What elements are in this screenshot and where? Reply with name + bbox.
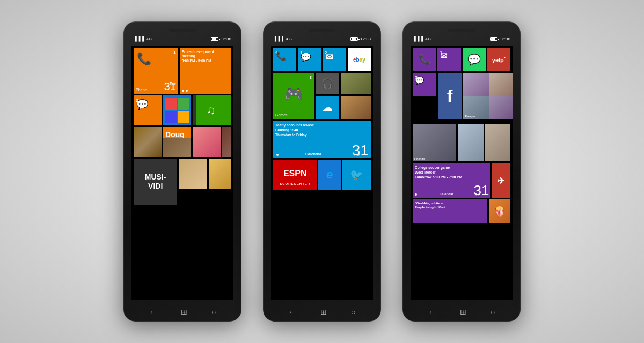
calendar-tile-2[interactable]: Yearly accounts reviewBuilding 1940Thurs…	[273, 121, 371, 158]
games-badge-2: 3	[310, 75, 312, 80]
phone-3: ▐▐▐ 4G 12:38 📞 ✉ 1 💬 yelp*	[402, 21, 521, 322]
games-tile-2[interactable]: 🎮 3 Games	[273, 73, 314, 119]
food-icon-3: 🍿	[494, 205, 506, 217]
espn-tile-2[interactable]: ESPN SCORECENTER	[273, 160, 317, 190]
tile-row-2-2: 🎮 3 Games 🎧 ☁	[273, 73, 371, 119]
ie-tile-2[interactable]: e	[318, 160, 341, 190]
fb-icon-3: f	[447, 86, 453, 106]
music-text-1: MUSI-VIDI	[145, 173, 166, 191]
nav-bar-3: ← ⊞ ○	[411, 302, 513, 322]
home-btn-1[interactable]: ⊞	[181, 308, 187, 316]
time-2: 12:38	[360, 36, 371, 41]
msg-tile-2[interactable]: 💬 1	[298, 48, 321, 71]
facebook-tile-3[interactable]: f	[438, 73, 462, 119]
messaging-tile-1[interactable]: 💬 2	[134, 95, 162, 125]
search-btn-1[interactable]: ○	[211, 308, 216, 316]
doug-photo-1	[163, 138, 191, 157]
people-label-3: People	[465, 115, 475, 118]
photos-cell-4	[178, 111, 189, 123]
tiles-2: 📞 4 💬 1 ✉ 2 ebay 🎮 3	[271, 46, 373, 300]
phone-icon-1: 📞	[137, 52, 151, 66]
photo-tile-1a	[193, 127, 221, 157]
doug-tile[interactable]: Doug	[163, 127, 191, 157]
screen-3: 📞 ✉ 1 💬 yelp* 💬 3	[411, 46, 513, 300]
music-tile-1[interactable]: MUSI-VIDI	[134, 159, 177, 205]
time-3: 12:38	[500, 36, 510, 41]
photo-people-3	[458, 124, 483, 161]
email-tile-3[interactable]: ✉ 1	[437, 48, 460, 71]
delta-tile-3[interactable]: ✈	[492, 163, 510, 198]
delta-icon-3: ✈	[497, 175, 504, 185]
cal-day-3: 31	[473, 182, 489, 198]
right-col-2: 🎧 ☁	[316, 73, 371, 119]
tile-row-2-4: ESPN SCORECENTER e 🐦	[273, 160, 371, 190]
nav-bar-1: ← ⊞ ○	[131, 302, 233, 322]
time-1: 12:38	[221, 36, 231, 41]
espn-text-2: ESPN	[283, 169, 307, 178]
photos-cell-2	[178, 98, 189, 110]
person-4	[489, 96, 513, 120]
phone-2: ▐▐▐ 4G 12:38 📞 4 💬 1 ✉ 2	[263, 21, 381, 322]
people-grid-3	[463, 73, 513, 119]
ebay-tile-2[interactable]: ebay	[348, 48, 371, 71]
email-tile-2[interactable]: ✉ 2	[323, 48, 346, 71]
whatsapp-tile-3[interactable]: 💬	[463, 48, 486, 71]
search-btn-3[interactable]: ○	[491, 308, 495, 316]
yelp-tile-3[interactable]: yelp*	[487, 48, 510, 71]
spotify-tile-1[interactable]: ♫	[196, 95, 226, 125]
calendar-event-3: College soccer gameWest MercerTomorrow 5…	[415, 165, 462, 180]
games-label-2: Games	[275, 113, 288, 117]
home-btn-2[interactable]: ⊞	[320, 308, 327, 316]
doug-contact-bg	[134, 127, 162, 157]
espn-sub-2: SCORECENTER	[280, 182, 310, 185]
phone-tile-3[interactable]: 📞	[413, 48, 436, 71]
photos-app-tile-1[interactable]	[163, 95, 192, 125]
photo-people2-3	[485, 124, 510, 161]
tiles-1: 📞 1 Phone Tue 31 Project develpmentmeeti…	[131, 46, 233, 300]
calendar-title-1: Project develpmentmeeting3:00 PM - 5:00 …	[182, 50, 214, 63]
phone-tile-2[interactable]: 📞 4	[273, 48, 296, 71]
pirate-photo-2	[341, 96, 371, 119]
phone-day-1: 31	[164, 80, 176, 93]
cal-label-3: Calendar	[440, 192, 453, 196]
xbox-icon-2: 🎮	[284, 85, 303, 103]
back-btn-3[interactable]: ←	[428, 308, 436, 316]
phone-badge-1: 1	[173, 50, 175, 55]
tiles-3: 📞 ✉ 1 💬 yelp* 💬 3	[411, 46, 513, 300]
dots-1	[182, 90, 188, 92]
photos-tile-3[interactable]: Photos	[413, 124, 456, 161]
messaging-tile-3[interactable]: 💬 3	[413, 73, 436, 96]
food-tile-3[interactable]: 🍿	[489, 199, 510, 223]
notification-text-3: "Grabbing a bite atPurple tonight! Kari.…	[415, 202, 448, 210]
tile-row-3-3: Photos	[413, 124, 510, 161]
tile-row-2-1: 📞 4 💬 1 ✉ 2 ebay	[273, 48, 371, 71]
earpiece-1	[169, 29, 196, 32]
calendar-dots-2	[276, 154, 279, 156]
photos-label-3: Photos	[414, 157, 425, 160]
calendar-event-1[interactable]: Project develpmentmeeting3:00 PM - 5:00 …	[180, 48, 231, 94]
headphones-tile-2[interactable]: 🎧	[316, 73, 339, 94]
yelp-text-3: yelp*	[492, 56, 506, 63]
home-btn-3[interactable]: ⊞	[460, 308, 466, 316]
doug-name-1: Doug	[165, 130, 185, 139]
back-btn-2[interactable]: ←	[289, 308, 296, 316]
phone-count-2: 4	[275, 50, 277, 55]
status-right-3: 12:38	[490, 36, 510, 41]
ie-icon-2: e	[326, 168, 333, 182]
zombie-bg-2	[341, 73, 371, 94]
back-btn-1[interactable]: ←	[149, 308, 157, 316]
notification-tile-3[interactable]: "Grabbing a bite atPurple tonight! Kari.…	[413, 199, 487, 223]
twitter-tile-2[interactable]: 🐦	[342, 160, 371, 190]
screen-2: 📞 4 💬 1 ✉ 2 ebay 🎮 3	[271, 46, 373, 300]
cloud-tile-2[interactable]: ☁	[316, 96, 339, 119]
phone-tile-1[interactable]: 📞 1 Phone Tue 31	[134, 48, 178, 94]
search-btn-2[interactable]: ○	[351, 308, 355, 316]
calendar-event-2: Yearly accounts reviewBuilding 1940Thurs…	[275, 123, 314, 137]
calendar-day-2: 31	[352, 142, 369, 158]
tile-row-2-2c: ☁	[316, 96, 371, 119]
email-count-3: 1	[440, 50, 442, 55]
phone-label-1: Phone	[136, 88, 147, 92]
people-grid-tile-3[interactable]: People	[463, 73, 513, 119]
calendar-tile-3[interactable]: College soccer gameWest MercerTomorrow 5…	[413, 163, 490, 198]
status-bar-2: ▐▐▐ 4G 12:38	[271, 34, 373, 43]
